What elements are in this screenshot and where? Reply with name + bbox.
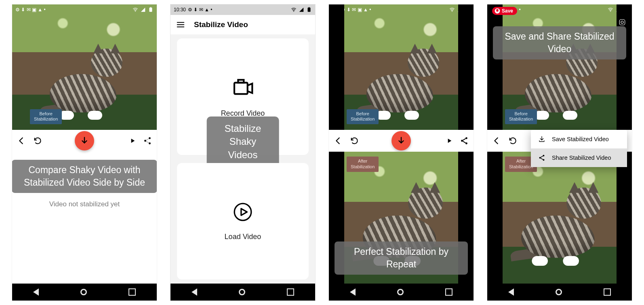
- hamburger-menu-icon[interactable]: [176, 20, 185, 29]
- before-video[interactable]: ⚙ ⬇ ✉ ▣ ▲ • Save Save and Share Stabiliz…: [487, 4, 632, 130]
- reload-button[interactable]: [508, 136, 517, 145]
- app-bar: Stabilize Video: [170, 15, 315, 34]
- perfect-overlay: Perfect Stabilization by Repeat: [335, 241, 468, 275]
- before-video[interactable]: ⚙ ⬇ ✉ ▣ ▲ • Before Stabilization: [12, 4, 157, 130]
- phone-4-share: ⚙ ⬇ ✉ ▣ ▲ • Save Save and Share Stabiliz…: [487, 4, 632, 301]
- share-button[interactable]: [460, 136, 469, 145]
- load-caption: Load Video: [225, 233, 261, 241]
- nav-recent-icon[interactable]: [445, 288, 452, 296]
- stabilize-overlay: Stabilize Shaky Videos: [207, 116, 279, 167]
- pin-label: Save: [502, 8, 513, 14]
- play-button[interactable]: [129, 138, 136, 144]
- screenshot-row: ⚙ ⬇ ✉ ▣ ▲ • Before Stabilization Compare…: [0, 0, 644, 305]
- cat-illustration: [517, 188, 606, 263]
- comparison-toolbar: [12, 130, 157, 152]
- nav-back-icon[interactable]: [350, 288, 356, 296]
- phone-2-home: 10:30 ⚙ ⬇ ✉ ▲ • Stabilize Video Record V…: [170, 4, 316, 301]
- compare-overlay: Compare Shaky Video with Stabilized Vide…: [12, 160, 157, 193]
- status-bar: 10:30 ⚙ ⬇ ✉ ▲ •: [170, 4, 315, 15]
- cat-illustration: [46, 49, 126, 117]
- nav-home-icon[interactable]: [397, 289, 404, 295]
- play-button[interactable]: [446, 138, 452, 144]
- status-bar: ⚙ ⬇ ✉ ▣ ▲ •: [12, 4, 157, 15]
- android-nav: [170, 284, 315, 301]
- play-circle-icon: [233, 202, 253, 222]
- back-button[interactable]: [492, 136, 501, 145]
- back-button[interactable]: [17, 136, 26, 145]
- reload-button[interactable]: [350, 136, 359, 145]
- load-card[interactable]: Load Video: [177, 163, 309, 280]
- comparison-toolbar: Save Stabilized Video Share Stabilized V…: [487, 130, 632, 152]
- after-badge: After Stabilization: [347, 157, 379, 172]
- share-popup: Save Stabilized Video Share Stabilized V…: [531, 130, 627, 167]
- phone-3-result: :49 ⚙ ⬇ ✉ ▣ ▲ • Before Stabilization Aft…: [328, 4, 474, 301]
- android-nav: [12, 284, 157, 301]
- menu-share-label: Share Stabilized Video: [552, 155, 611, 161]
- stabilize-fab[interactable]: [75, 131, 94, 150]
- nav-home-icon[interactable]: [556, 289, 562, 295]
- camera-icon: [232, 76, 254, 99]
- before-video[interactable]: :49 ⚙ ⬇ ✉ ▣ ▲ • Before Stabilization: [329, 4, 474, 130]
- cat-illustration: [362, 49, 443, 117]
- pinterest-icon: [495, 8, 500, 14]
- share-icon: [538, 154, 545, 161]
- download-icon: [538, 136, 545, 143]
- menu-share-video[interactable]: Share Stabilized Video: [531, 148, 627, 167]
- nav-back-icon[interactable]: [508, 288, 514, 296]
- menu-save-label: Save Stabilized Video: [552, 136, 609, 142]
- nav-recent-icon[interactable]: [128, 288, 136, 296]
- home-content: Record Video Stabilize Shaky Videos Load…: [170, 34, 315, 284]
- android-nav: [487, 284, 632, 301]
- clock: 10:30: [174, 7, 186, 13]
- back-button[interactable]: [334, 136, 343, 145]
- before-badge: Before Stabilization: [347, 109, 379, 125]
- nav-back-icon[interactable]: [192, 288, 197, 296]
- after-video[interactable]: After Stabilization: [487, 152, 632, 284]
- record-card[interactable]: Record Video Stabilize Shaky Videos: [177, 38, 309, 155]
- stabilize-fab[interactable]: [391, 131, 411, 150]
- before-badge: Before Stabilization: [505, 109, 537, 125]
- comparison-toolbar: [329, 130, 474, 152]
- nav-home-icon[interactable]: [80, 289, 87, 295]
- after-placeholder: Compare Shaky Video with Stabilized Vide…: [12, 152, 157, 284]
- nav-recent-icon[interactable]: [287, 288, 294, 296]
- after-video[interactable]: After Stabilization Perfect Stabilizatio…: [329, 152, 474, 284]
- status-bar: :49 ⚙ ⬇ ✉ ▣ ▲ •: [329, 4, 474, 15]
- nav-back-icon[interactable]: [33, 288, 39, 296]
- app-title: Stabilize Video: [194, 20, 248, 29]
- share-button[interactable]: [143, 136, 152, 145]
- pinterest-save-badge[interactable]: Save: [492, 7, 517, 15]
- phone-1-compare: ⚙ ⬇ ✉ ▣ ▲ • Before Stabilization Compare…: [12, 4, 157, 301]
- nav-recent-icon[interactable]: [604, 288, 611, 296]
- menu-save-video[interactable]: Save Stabilized Video: [531, 130, 627, 148]
- save-share-overlay: Save and Share Stabilized Video: [493, 26, 626, 59]
- before-badge: Before Stabilization: [30, 109, 62, 125]
- reload-button[interactable]: [33, 136, 42, 145]
- status-note: Video not stabilized yet: [49, 200, 120, 208]
- android-nav: [329, 284, 474, 301]
- nav-home-icon[interactable]: [239, 289, 245, 295]
